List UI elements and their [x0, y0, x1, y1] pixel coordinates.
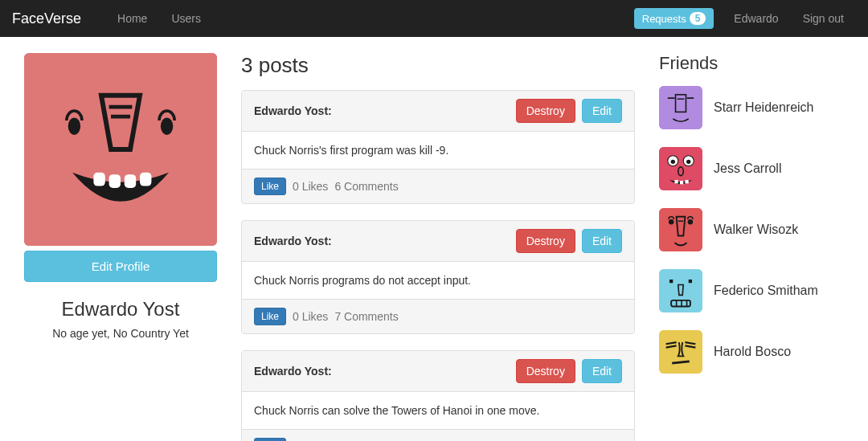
- svg-rect-29: [689, 280, 692, 283]
- svg-rect-8: [140, 173, 151, 186]
- edit-profile-button[interactable]: Edit Profile: [24, 251, 217, 282]
- friend-row: Walker Wisozk: [659, 208, 844, 251]
- requests-label: Requests: [642, 13, 686, 25]
- post-body: Chuck Norris can solve the Towers of Han…: [242, 392, 634, 429]
- svg-rect-5: [93, 173, 104, 186]
- svg-rect-9: [659, 86, 702, 129]
- navbar-left: FaceVerse Home Users: [12, 2, 213, 35]
- svg-rect-20: [674, 180, 678, 183]
- post-actions: Destroy Edit: [516, 229, 622, 253]
- posts-heading: 3 posts: [241, 53, 635, 78]
- friend-name[interactable]: Harold Bosco: [714, 344, 791, 359]
- post-body: Chuck Norris programs do not accept inpu…: [242, 262, 634, 299]
- profile-sidebar: Edit Profile Edwardo Yost No age yet, No…: [24, 53, 217, 441]
- svg-rect-21: [680, 181, 683, 184]
- friend-avatar[interactable]: [659, 86, 702, 129]
- destroy-button[interactable]: Destroy: [516, 359, 575, 383]
- edit-button[interactable]: Edit: [582, 359, 622, 383]
- post-panel: Edwardo Yost: Destroy Edit Chuck Norris …: [241, 350, 635, 441]
- navbar: FaceVerse Home Users Requests 5 Edwardo …: [0, 0, 868, 37]
- destroy-button[interactable]: Destroy: [516, 99, 575, 123]
- svg-point-17: [671, 160, 675, 164]
- requests-badge: 5: [690, 12, 706, 25]
- brand[interactable]: FaceVerse: [12, 10, 93, 27]
- svg-rect-34: [659, 330, 702, 374]
- edit-button[interactable]: Edit: [582, 229, 622, 253]
- post-heading: Edwardo Yost: Destroy Edit: [242, 351, 634, 392]
- friend-row: Harold Bosco: [659, 330, 844, 374]
- friend-row: Jess Carroll: [659, 147, 844, 190]
- edit-button[interactable]: Edit: [582, 99, 622, 123]
- post-footer: Like 0 Likes 5 Comments: [242, 429, 634, 441]
- navbar-right: Requests 5 Edwardo Sign out: [634, 2, 856, 35]
- post-author: Edwardo Yost:: [254, 235, 332, 247]
- friend-avatar[interactable]: [659, 208, 702, 251]
- friend-name[interactable]: Jess Carroll: [714, 161, 781, 176]
- post-heading: Edwardo Yost: Destroy Edit: [242, 91, 634, 132]
- post-heading: Edwardo Yost: Destroy Edit: [242, 221, 634, 262]
- posts-column: 3 posts Edwardo Yost: Destroy Edit Chuck…: [241, 53, 635, 441]
- post-panel: Edwardo Yost: Destroy Edit Chuck Norris'…: [241, 90, 635, 204]
- post-author: Edwardo Yost:: [254, 104, 332, 117]
- like-button[interactable]: Like: [254, 178, 286, 195]
- post-actions: Destroy Edit: [516, 99, 622, 123]
- destroy-button[interactable]: Destroy: [516, 229, 575, 253]
- friend-name[interactable]: Starr Heidenreich: [714, 100, 814, 115]
- svg-point-24: [669, 219, 674, 224]
- comment-count[interactable]: 7 Comments: [334, 310, 398, 323]
- post-body: Chuck Norris's first program was kill -9…: [242, 132, 634, 169]
- post-footer: Like 0 Likes 6 Comments: [242, 169, 634, 203]
- svg-rect-7: [125, 174, 136, 188]
- profile-subtext: No age yet, No Country Yet: [24, 327, 217, 340]
- post-footer: Like 0 Likes 7 Comments: [242, 299, 634, 333]
- like-button[interactable]: Like: [254, 308, 286, 325]
- svg-rect-28: [669, 280, 673, 283]
- nav-signout[interactable]: Sign out: [791, 2, 856, 35]
- friends-heading: Friends: [659, 53, 844, 74]
- svg-point-1: [68, 117, 80, 135]
- svg-point-25: [688, 219, 693, 224]
- friend-avatar[interactable]: [659, 147, 702, 190]
- post-author: Edwardo Yost:: [254, 365, 332, 378]
- like-count: 0 Likes: [293, 310, 328, 323]
- svg-rect-6: [109, 174, 121, 188]
- post-panel: Edwardo Yost: Destroy Edit Chuck Norris …: [241, 220, 635, 334]
- main-container: Edit Profile Edwardo Yost No age yet, No…: [0, 37, 868, 441]
- like-count: 0 Likes: [293, 180, 328, 193]
- comment-count[interactable]: 6 Comments: [334, 180, 398, 193]
- post-actions: Destroy Edit: [516, 359, 622, 383]
- profile-name: Edwardo Yost: [24, 298, 217, 321]
- svg-point-18: [686, 160, 690, 164]
- svg-rect-22: [685, 180, 688, 183]
- friend-row: Federico Smitham: [659, 269, 844, 312]
- nav-current-user[interactable]: Edwardo: [722, 2, 790, 35]
- like-button[interactable]: Like: [254, 438, 286, 441]
- friend-avatar[interactable]: [659, 330, 702, 374]
- friend-row: Starr Heidenreich: [659, 86, 844, 129]
- requests-button[interactable]: Requests 5: [634, 8, 714, 29]
- friend-avatar[interactable]: [659, 269, 702, 312]
- friend-name[interactable]: Walker Wisozk: [714, 222, 798, 237]
- avatar-face-icon: [24, 53, 217, 246]
- nav-home[interactable]: Home: [105, 2, 159, 35]
- nav-users[interactable]: Users: [159, 2, 213, 35]
- friend-name[interactable]: Federico Smitham: [714, 283, 818, 298]
- friends-sidebar: Friends Starr Heidenreich Jess Carroll W…: [659, 53, 844, 441]
- profile-avatar: [24, 53, 217, 246]
- svg-point-2: [161, 117, 173, 135]
